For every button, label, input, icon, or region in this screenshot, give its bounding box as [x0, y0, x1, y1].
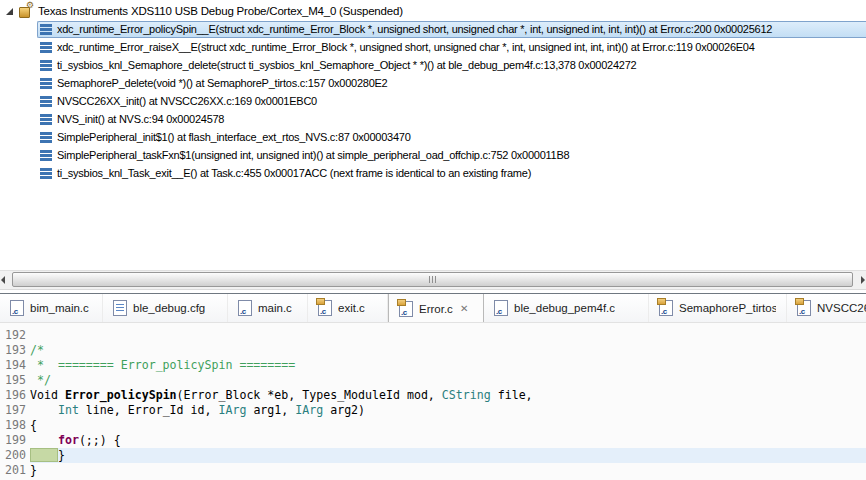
- code-token: IArg: [218, 403, 246, 417]
- code-line-text[interactable]: */: [30, 373, 866, 388]
- stack-frame-icon: [40, 42, 52, 53]
- stack-frame-row[interactable]: NVS_init() at NVS.c:94 0x00024578: [0, 110, 866, 128]
- line-number[interactable]: 201: [0, 463, 30, 478]
- code-token: /*: [30, 343, 44, 357]
- scroll-right-arrow-icon[interactable]: [861, 276, 865, 284]
- line-number[interactable]: 196: [0, 388, 30, 403]
- code-line-194: 194 * ======== Error_policySpin ========: [0, 358, 866, 373]
- code-line-text[interactable]: * ======== Error_policySpin ========: [30, 358, 866, 373]
- code-line-199: 199 for(;;) {: [0, 433, 866, 448]
- debug-horizontal-scrollbar[interactable]: [0, 270, 866, 290]
- c-file-label: .c: [240, 307, 246, 316]
- code-token: IArg: [295, 403, 323, 417]
- stack-frame-row[interactable]: xdc_runtime_Error_policySpin__E(struct x…: [0, 20, 866, 38]
- tab-label: NVSCC26XX.c: [817, 302, 866, 314]
- debug-session-row[interactable]: Texas Instruments XDS110 USB Debug Probe…: [0, 2, 866, 20]
- code-token: CString: [442, 388, 491, 402]
- stack-frame-label: ti_sysbios_knl_Semaphore_delete(struct t…: [57, 59, 636, 71]
- line-number[interactable]: 194: [0, 358, 30, 373]
- stack-frame-icon: [40, 78, 52, 89]
- stack-frame-row[interactable]: SemaphoreP_delete(void *)() at Semaphore…: [0, 74, 866, 92]
- stack-frame-row[interactable]: NVSCC26XX_init() at NVSCC26XX.c:169 0x00…: [0, 92, 866, 110]
- code-line-201: 201}: [0, 463, 866, 478]
- ccs-debug-window: Texas Instruments XDS110 USB Debug Probe…: [0, 0, 866, 480]
- debug-call-stack-view: Texas Instruments XDS110 USB Debug Probe…: [0, 0, 866, 293]
- tab-main-c[interactable]: .cmain.c: [228, 294, 308, 322]
- c-file-label: .c: [799, 307, 805, 316]
- stack-frame-row[interactable]: ti_sysbios_knl_Task_exit__E() at Task.c:…: [0, 164, 866, 182]
- stack-frame-icon: [40, 168, 52, 179]
- stack-frame-row[interactable]: SimplePeripheral_init$1() at flash_inter…: [0, 128, 866, 146]
- tab-ble-debug-pem4f-c[interactable]: .cble_debug_pem4f.c: [484, 294, 649, 322]
- tab-error-c[interactable]: .cError.c✕: [388, 294, 484, 323]
- code-token: }: [58, 448, 65, 462]
- c-file-icon: .c: [494, 300, 508, 316]
- code-token: (Error_Block *eb, Types_ModuleId mod,: [177, 388, 442, 402]
- code-token: [30, 433, 58, 447]
- c-file-linked-icon: .c: [797, 300, 811, 316]
- scroll-left-arrow-icon[interactable]: [1, 276, 5, 284]
- stack-frame-icon: [40, 60, 52, 71]
- code-token: Error_policySpin: [65, 388, 177, 402]
- code-line-text[interactable]: }: [30, 463, 866, 478]
- tab-nvscc26xx-c[interactable]: .cNVSCC26XX.c: [787, 294, 866, 322]
- code-token: */: [30, 373, 51, 387]
- stack-frame-label: SimplePeripheral_taskFxn$1(unsigned int,…: [57, 149, 569, 161]
- stack-frame-row[interactable]: ti_sysbios_knl_Semaphore_delete(struct t…: [0, 56, 866, 74]
- stack-frame-label: NVS_init() at NVS.c:94 0x00024578: [57, 113, 224, 125]
- debug-probe-icon: [18, 5, 33, 18]
- stack-frame-label: xdc_runtime_Error_policySpin__E(struct x…: [57, 23, 772, 35]
- code-token: file,: [491, 388, 533, 402]
- stack-frame-row[interactable]: SimplePeripheral_taskFxn$1(unsigned int,…: [0, 146, 866, 164]
- code-line-text[interactable]: /*: [30, 343, 866, 358]
- code-line-197: 197 Int line, Error_Id id, IArg arg1, IA…: [0, 403, 866, 418]
- code-token: for: [58, 433, 79, 447]
- stack-frame-label: SemaphoreP_delete(void *)() at Semaphore…: [57, 77, 387, 89]
- scrollbar-thumb[interactable]: [12, 272, 853, 287]
- line-number[interactable]: 192: [0, 328, 30, 343]
- tab-exit-c[interactable]: .cexit.c: [308, 294, 388, 322]
- tab-label: ble_debug.cfg: [133, 302, 205, 314]
- code-token: }: [30, 463, 37, 477]
- tab-ble-debug-cfg[interactable]: ble_debug.cfg: [103, 294, 228, 322]
- code-line-text[interactable]: Int line, Error_Id id, IArg arg1, IArg a…: [30, 403, 866, 418]
- code-token: [30, 403, 58, 417]
- code-token: * ======== Error_policySpin ========: [30, 358, 295, 372]
- c-file-linked-icon: .c: [318, 300, 332, 316]
- stack-frame-label: ti_sysbios_knl_Task_exit__E() at Task.c:…: [57, 167, 531, 179]
- code-token: arg2): [323, 403, 365, 417]
- stack-frame-icon: [40, 24, 52, 35]
- tab-semaphorep-tirtos-c[interactable]: .cSemaphoreP_tirtos.c: [649, 294, 787, 322]
- code-line-text[interactable]: [30, 328, 866, 343]
- code-line-text[interactable]: Void Error_policySpin(Error_Block *eb, T…: [30, 388, 866, 403]
- close-tab-icon[interactable]: ✕: [460, 304, 468, 314]
- cfg-file-icon: [113, 300, 127, 316]
- code-token: arg1,: [246, 403, 295, 417]
- line-number[interactable]: 195: [0, 373, 30, 388]
- tree-expand-arrow-icon[interactable]: [6, 8, 13, 15]
- line-number[interactable]: 197: [0, 403, 30, 418]
- c-file-label: .c: [496, 307, 502, 316]
- code-token: Int: [58, 403, 79, 417]
- editor-area: .cbim_main.cble_debug.cfg.cmain.c.cexit.…: [0, 293, 866, 480]
- code-line-text[interactable]: }: [30, 448, 866, 463]
- code-line-text[interactable]: {: [30, 418, 866, 433]
- c-file-icon: .c: [10, 300, 24, 316]
- line-number[interactable]: 200: [0, 448, 30, 463]
- code-line-200: 200 }: [0, 448, 866, 463]
- code-line-text[interactable]: for(;;) {: [30, 433, 866, 448]
- code-editor[interactable]: 192193/*194 * ======== Error_policySpin …: [0, 323, 866, 480]
- line-number[interactable]: 198: [0, 418, 30, 433]
- c-file-label: .c: [320, 307, 326, 316]
- stack-frame-icon: [40, 96, 52, 107]
- line-number[interactable]: 199: [0, 433, 30, 448]
- stack-frame-label: xdc_runtime_Error_raiseX__E(struct xdc_r…: [57, 41, 755, 53]
- code-line-192: 192: [0, 328, 866, 343]
- code-token: line, Error_Id id,: [79, 403, 219, 417]
- editor-tab-bar: .cbim_main.cble_debug.cfg.cmain.c.cexit.…: [0, 294, 866, 323]
- code-token: (;;) {: [79, 433, 121, 447]
- tab-bim-main-c[interactable]: .cbim_main.c: [0, 294, 103, 322]
- c-file-label: .c: [12, 307, 18, 316]
- stack-frame-row[interactable]: xdc_runtime_Error_raiseX__E(struct xdc_r…: [0, 38, 866, 56]
- line-number[interactable]: 193: [0, 343, 30, 358]
